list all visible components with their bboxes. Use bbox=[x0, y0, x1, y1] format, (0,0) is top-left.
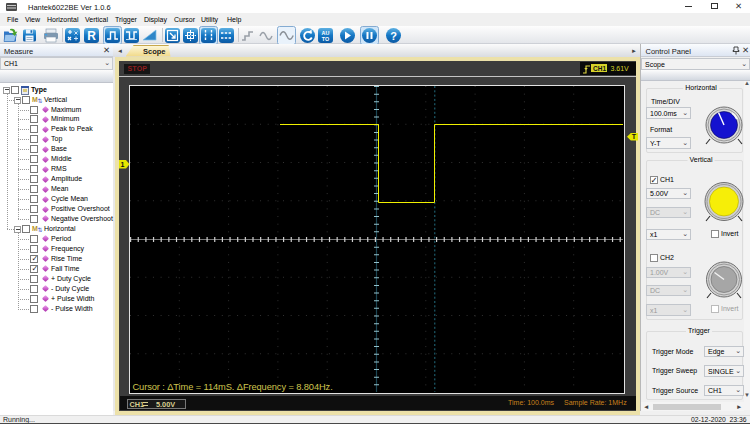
svg-text:R: R bbox=[87, 29, 96, 43]
svg-text:?: ? bbox=[390, 30, 397, 42]
svg-text:1: 1 bbox=[120, 161, 124, 168]
svg-text:T: T bbox=[631, 133, 636, 140]
svg-text:TO: TO bbox=[322, 36, 329, 42]
